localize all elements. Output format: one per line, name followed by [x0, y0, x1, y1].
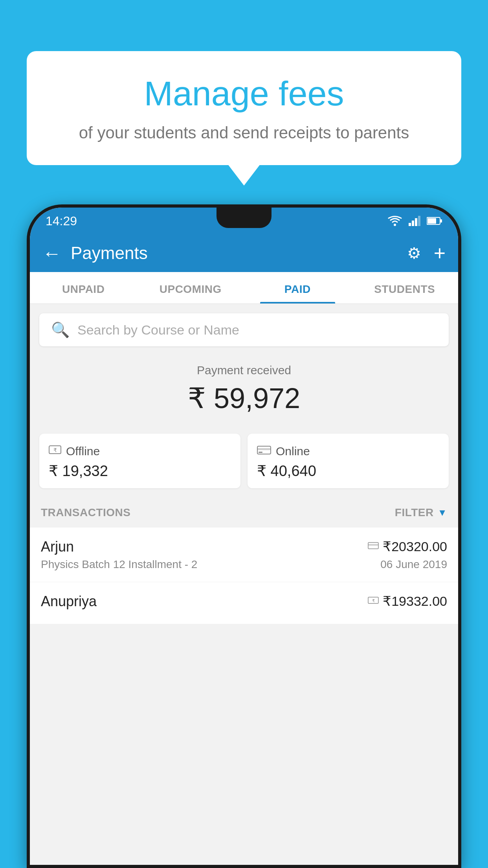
svg-rect-11	[257, 448, 271, 450]
filter-button[interactable]: FILTER ▼	[395, 506, 447, 519]
svg-text:₹: ₹	[372, 598, 375, 603]
transaction-top-2: Anupriya ₹ ₹19332.00	[41, 593, 447, 610]
transaction-course: Physics Batch 12 Installment - 2	[41, 558, 197, 571]
payment-cards: ₹ Offline ₹ 19,332	[39, 434, 449, 498]
online-icon	[257, 444, 271, 458]
tab-students[interactable]: STUDENTS	[351, 272, 459, 303]
phone-frame: 14:29	[27, 204, 461, 868]
svg-rect-3	[415, 218, 417, 226]
transaction-amount-row: ₹20320.00	[368, 539, 447, 554]
search-icon: 🔍	[51, 321, 70, 338]
transaction-name: Arjun	[41, 539, 74, 555]
transaction-amount: ₹20320.00	[383, 539, 447, 554]
offline-icon: ₹	[49, 444, 61, 458]
app-header: ← Payments ⚙ +	[30, 234, 458, 272]
svg-rect-1	[409, 223, 411, 226]
svg-rect-2	[412, 221, 414, 226]
card-icon-small	[368, 540, 379, 553]
offline-card-header: ₹ Offline	[49, 444, 231, 458]
online-label: Online	[276, 445, 310, 458]
back-button[interactable]: ←	[42, 243, 61, 264]
svg-rect-14	[368, 544, 378, 546]
tab-unpaid[interactable]: UNPAID	[30, 272, 137, 303]
battery-icon	[427, 217, 442, 225]
phone-inner: 14:29	[30, 208, 458, 865]
svg-rect-12	[259, 452, 262, 453]
status-bar: 14:29	[30, 208, 458, 234]
offline-label: Offline	[66, 445, 100, 458]
status-time: 14:29	[46, 214, 77, 228]
transaction-amount-2: ₹19332.00	[383, 593, 447, 609]
svg-point-0	[394, 224, 396, 226]
svg-text:₹: ₹	[53, 447, 57, 453]
status-icons	[387, 215, 442, 226]
tabs-bar: UNPAID UPCOMING PAID STUDENTS	[30, 272, 458, 304]
offline-icon-small: ₹	[368, 595, 379, 607]
speech-bubble-wrapper: Manage fees of your students and send re…	[27, 51, 461, 165]
table-row[interactable]: Arjun ₹20320.00 Physics Batch 12 Install…	[30, 528, 458, 582]
filter-icon: ▼	[438, 507, 447, 518]
header-icons: ⚙ +	[407, 241, 446, 265]
transaction-date: 06 June 2019	[380, 558, 447, 571]
online-card: Online ₹ 40,640	[248, 434, 449, 488]
settings-icon[interactable]: ⚙	[407, 244, 421, 262]
online-amount: ₹ 40,640	[257, 462, 439, 480]
transaction-name-2: Anupriya	[41, 593, 97, 610]
offline-card: ₹ Offline ₹ 19,332	[39, 434, 240, 488]
search-input[interactable]: Search by Course or Name	[77, 322, 239, 338]
header-title: Payments	[71, 243, 398, 263]
table-row[interactable]: Anupriya ₹ ₹19332.00	[30, 582, 458, 624]
svg-rect-4	[418, 216, 420, 226]
payment-amount-big: ₹ 59,972	[39, 382, 449, 415]
signal-icon	[409, 216, 420, 226]
offline-amount: ₹ 19,332	[49, 462, 231, 480]
tab-upcoming[interactable]: UPCOMING	[137, 272, 244, 303]
add-button[interactable]: +	[434, 241, 446, 265]
search-container[interactable]: 🔍 Search by Course or Name	[39, 313, 449, 346]
transactions-label: TRANSACTIONS	[41, 506, 130, 519]
bubble-subtitle: of your students and send receipts to pa…	[46, 122, 442, 144]
filter-label: FILTER	[395, 506, 434, 519]
tab-paid[interactable]: PAID	[244, 272, 351, 303]
transaction-top: Arjun ₹20320.00	[41, 539, 447, 555]
transaction-bottom: Physics Batch 12 Installment - 2 06 June…	[41, 558, 447, 571]
speech-bubble: Manage fees of your students and send re…	[27, 51, 461, 165]
payment-received-section: Payment received ₹ 59,972	[30, 353, 458, 434]
transaction-amount-row-2: ₹ ₹19332.00	[368, 593, 447, 609]
wifi-icon	[387, 215, 402, 226]
svg-rect-6	[427, 218, 436, 224]
notch	[216, 208, 272, 228]
payment-received-label: Payment received	[39, 364, 449, 377]
svg-rect-7	[440, 219, 442, 223]
bubble-title: Manage fees	[46, 75, 442, 113]
transactions-header: TRANSACTIONS FILTER ▼	[30, 498, 458, 528]
online-card-header: Online	[257, 444, 439, 458]
